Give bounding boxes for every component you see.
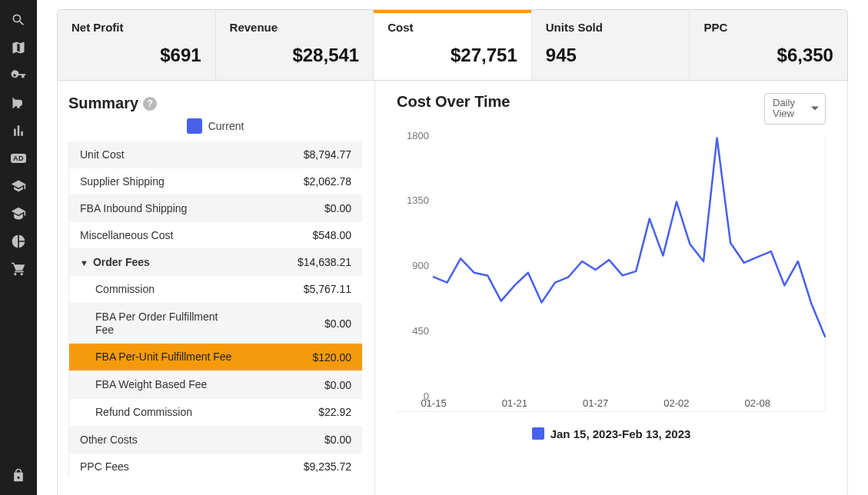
plot-area: [434, 135, 825, 396]
summary-row[interactable]: FBA Inbound Shipping$0.00: [69, 195, 362, 222]
summary-sub-row[interactable]: FBA Weight Based Fee$0.00: [69, 371, 362, 399]
kpi-value: 945: [546, 45, 676, 66]
legend-swatch-range: [532, 427, 544, 440]
row-label: FBA Per Order Fulfillment Fee: [95, 311, 234, 337]
sidebar-icons-top: AD: [0, 0, 37, 461]
sidebar-bottom: [0, 461, 37, 495]
app-sidebar: AD: [0, 0, 37, 495]
kpi-tabs: Net Profit $691 Revenue $28,541 Cost $27…: [57, 9, 848, 81]
body-row: Summary ? Current Unit Cost$8,794.77Supp…: [57, 81, 848, 495]
sidebar-item-ad[interactable]: AD: [0, 145, 37, 172]
key-icon: [11, 68, 26, 83]
kpi-label: PPC: [703, 21, 833, 34]
summary-sub-row[interactable]: Commission$5,767.11: [69, 276, 362, 304]
graduation-icon: [11, 178, 26, 194]
sidebar-item-search[interactable]: [0, 6, 37, 34]
summary-row[interactable]: Other Costs$0.00: [69, 427, 362, 453]
pie-chart-icon: [11, 234, 26, 249]
row-label: FBA Per-Unit Fulfillment Fee: [95, 350, 231, 364]
row-label: PPC Fees: [80, 460, 129, 473]
row-label: Other Costs: [80, 434, 138, 446]
summary-title: Summary: [68, 95, 138, 112]
x-tick: 01-15: [421, 397, 446, 409]
main-content: Net Profit $691 Revenue $28,541 Cost $27…: [37, 0, 868, 495]
map-icon: [11, 40, 26, 55]
summary-row[interactable]: Supplier Shipping$2,062.78: [69, 168, 362, 195]
search-icon: [11, 12, 26, 28]
kpi-label: Revenue: [230, 21, 360, 34]
row-label: ▼Order Fees: [80, 256, 150, 268]
cart-icon: [11, 261, 26, 277]
y-axis: 045090013501800: [397, 135, 434, 396]
ad-icon: AD: [11, 154, 26, 163]
sidebar-item-map[interactable]: [0, 34, 37, 61]
kpi-label: Net Profit: [72, 21, 201, 34]
sidebar-item-lock[interactable]: [0, 461, 37, 489]
summary-sub-row[interactable]: FBA Per-Unit Fulfillment Fee$120.00: [69, 344, 362, 371]
chart-title: Cost Over Time: [397, 93, 510, 111]
summary-row[interactable]: Unit Cost$8,794.77: [69, 141, 362, 168]
sidebar-item-key[interactable]: [0, 61, 37, 89]
summary-row[interactable]: Miscellaneous Cost$548.00: [69, 222, 362, 249]
row-value: $0.00: [324, 434, 351, 446]
sidebar-item-barchart[interactable]: [0, 117, 37, 145]
sidebar-item-graduation[interactable]: [0, 172, 37, 200]
view-select[interactable]: Daily View: [764, 93, 826, 125]
summary-sub-row[interactable]: FBA Per Order Fulfillment Fee$0.00: [69, 304, 362, 344]
row-label: Unit Cost: [80, 148, 125, 161]
view-select-label: Daily View: [773, 97, 795, 119]
row-label: FBA Inbound Shipping: [80, 202, 187, 214]
legend-label: Current: [208, 120, 244, 132]
kpi-value: $6,350: [703, 45, 833, 66]
summary-legend: Current: [68, 118, 362, 134]
sidebar-item-pie[interactable]: [0, 228, 37, 255]
summary-title-row: Summary ?: [68, 95, 362, 112]
row-label: Refund Commission: [95, 406, 192, 419]
sidebar-item-cart[interactable]: [0, 255, 37, 283]
kpi-value: $691: [72, 45, 201, 66]
x-tick: 02-02: [663, 397, 689, 409]
legend-range-label: Jan 15, 2023-Feb 13, 2023: [550, 427, 691, 440]
row-value: $22.92: [318, 406, 351, 418]
summary-section-row[interactable]: ▼Order Fees$14,638.21: [69, 249, 362, 276]
row-value: $2,062.78: [304, 175, 351, 188]
tab-net-profit[interactable]: Net Profit $691: [58, 10, 216, 80]
tab-cost[interactable]: Cost $27,751: [374, 10, 532, 80]
x-tick: 01-21: [502, 397, 527, 409]
sidebar-item-megaphone[interactable]: [0, 89, 37, 117]
kpi-label: Cost: [387, 21, 517, 34]
row-value: $9,235.72: [304, 460, 351, 473]
line-series: [434, 138, 825, 336]
x-tick: 02-08: [745, 397, 770, 409]
tab-units-sold[interactable]: Units Sold 945: [532, 10, 690, 80]
sidebar-item-scholar[interactable]: [0, 200, 37, 228]
x-tick: 01-27: [583, 397, 608, 409]
kpi-value: $27,751: [387, 45, 517, 66]
tab-revenue[interactable]: Revenue $28,541: [216, 10, 374, 80]
y-tick: 450: [412, 324, 429, 336]
bar-chart-icon: [11, 123, 26, 138]
row-value: $8,794.77: [304, 148, 351, 161]
summary-panel: Summary ? Current Unit Cost$8,794.77Supp…: [58, 81, 375, 495]
row-value: $0.00: [324, 317, 351, 330]
summary-sub-row[interactable]: Refund Commission$22.92: [69, 399, 362, 427]
row-value: $120.00: [312, 351, 351, 364]
row-value: $14,638.21: [298, 256, 351, 268]
legend-swatch-current: [187, 118, 202, 134]
megaphone-icon: [11, 95, 26, 111]
kpi-value: $28,541: [230, 45, 360, 66]
row-label: Supplier Shipping: [80, 175, 165, 188]
row-label: Commission: [95, 283, 155, 296]
chart-svg: [434, 135, 825, 396]
summary-list[interactable]: Unit Cost$8,794.77Supplier Shipping$2,06…: [68, 141, 362, 478]
tab-ppc[interactable]: PPC $6,350: [690, 10, 847, 80]
row-value: $548.00: [312, 229, 351, 241]
chart-header: Cost Over Time Daily View: [397, 93, 826, 125]
row-value: $5,767.11: [304, 283, 351, 295]
caret-down-icon: ▼: [80, 258, 88, 267]
help-icon[interactable]: ?: [143, 97, 157, 111]
chart-legend: Jan 15, 2023-Feb 13, 2023: [397, 427, 826, 440]
summary-row[interactable]: PPC Fees$9,235.72: [69, 453, 362, 478]
chart-area: 045090013501800 01-1501-2101-2702-0202-0…: [397, 135, 826, 412]
row-value: $0.00: [324, 379, 351, 391]
